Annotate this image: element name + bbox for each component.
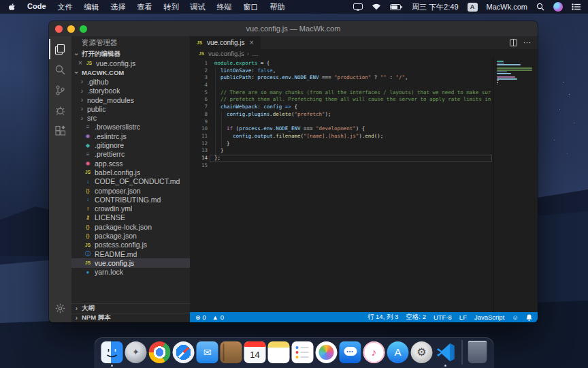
menu-转到[interactable]: 转到 xyxy=(164,2,179,12)
close-tab-icon[interactable]: × xyxy=(248,39,255,46)
display-icon[interactable] xyxy=(353,3,363,11)
menu-bar-brand[interactable]: MacWk.com xyxy=(487,3,528,11)
file-vue.config.js[interactable]: JSvue.config.js xyxy=(71,258,190,267)
split-editor-icon[interactable] xyxy=(510,37,517,49)
notification-center-icon[interactable] xyxy=(572,3,581,10)
file-babel.config.js[interactable]: JSbabel.config.js xyxy=(71,168,190,177)
file-LICENSE[interactable]: ⚷LICENSE xyxy=(71,213,190,222)
dock-safari-icon[interactable] xyxy=(173,341,195,363)
outline-section-header[interactable]: › 大纲 xyxy=(71,303,190,313)
dock-photos-icon[interactable] xyxy=(316,341,338,363)
window-titlebar[interactable]: vue.config.js — MacWk.com xyxy=(49,21,538,36)
dock-mail-icon[interactable]: ✉ xyxy=(197,341,218,363)
notifications-bell-icon[interactable] xyxy=(526,314,532,321)
dock-contacts-icon[interactable] xyxy=(220,341,242,363)
file-.browserslistrc[interactable]: ≡.browserslistrc xyxy=(71,123,190,132)
problems-errors[interactable]: ⊗0 xyxy=(195,313,206,321)
file-CODE_OF_CONDUCT.md[interactable]: ↓CODE_OF_CONDUCT.md xyxy=(71,177,190,186)
git-file-icon: ◆ xyxy=(84,142,92,149)
dock-notes-icon[interactable] xyxy=(268,341,290,363)
extensions-activity-button[interactable] xyxy=(49,121,71,141)
file-composer.json[interactable]: {}composer.json xyxy=(71,186,190,195)
feedback-smiley-icon[interactable]: ☺ xyxy=(512,313,519,321)
dock-appstore-icon[interactable]: A xyxy=(387,341,409,363)
status-segment-4[interactable]: JavaScript xyxy=(474,313,504,321)
dock-finder-icon[interactable] xyxy=(101,341,123,363)
file-app.scss[interactable]: ◉app.scss xyxy=(71,159,190,168)
dock-vscode-icon[interactable] xyxy=(435,341,457,363)
file-package-lock.json[interactable]: {}package-lock.json xyxy=(71,222,190,231)
minimize-window-button[interactable] xyxy=(67,25,75,33)
chevron-right-icon: › xyxy=(79,96,85,104)
problems-warnings[interactable]: ▲0 xyxy=(212,313,224,321)
file-name: package.json xyxy=(95,232,137,240)
dock-settings-icon[interactable]: ⚙ xyxy=(411,341,433,363)
menu-选择[interactable]: 选择 xyxy=(111,2,126,12)
tab-vue-config-js[interactable]: JS vue.config.js × xyxy=(190,36,261,49)
json-file-icon: {} xyxy=(84,232,92,239)
close-window-button[interactable] xyxy=(55,25,63,33)
minimap[interactable] xyxy=(493,58,538,312)
close-icon[interactable]: × xyxy=(77,59,84,67)
menu-调试[interactable]: 调试 xyxy=(191,2,206,12)
dock-trash-icon[interactable] xyxy=(468,341,487,363)
breadcrumb[interactable]: JS vue.config.js › … xyxy=(190,49,538,58)
dock-music-icon[interactable]: ♪ xyxy=(363,341,385,363)
folder-src[interactable]: ›src xyxy=(71,113,190,122)
workspace-section-header[interactable]: › MACWK.COM xyxy=(71,67,190,77)
zoom-window-button[interactable] xyxy=(80,25,87,33)
apple-icon[interactable] xyxy=(7,3,16,12)
file-package.json[interactable]: {}package.json xyxy=(71,231,190,240)
menu-终端[interactable]: 终端 xyxy=(217,2,232,12)
code-editor[interactable]: 123456789101112131415 module.exports = {… xyxy=(190,58,538,312)
menu-Code[interactable]: Code xyxy=(27,2,46,12)
debug-activity-button[interactable] xyxy=(49,100,71,121)
file-.gitignore[interactable]: ◆.gitignore xyxy=(71,140,190,149)
npm-scripts-section-header[interactable]: › NPM 脚本 xyxy=(71,313,190,322)
wifi-icon[interactable] xyxy=(372,3,381,10)
status-segment-1[interactable]: 空格: 2 xyxy=(406,313,426,322)
siri-icon[interactable] xyxy=(553,2,563,12)
menu-帮助[interactable]: 帮助 xyxy=(270,2,285,12)
folder-.storybook[interactable]: ›.storybook xyxy=(71,87,190,95)
file-README.md[interactable]: ⓘREADME.md xyxy=(71,249,190,258)
dock-calendar-icon[interactable]: 14 xyxy=(244,341,266,363)
file-.eslintrc.js[interactable]: ◉.eslintrc.js xyxy=(71,132,190,140)
input-method-icon[interactable]: A xyxy=(468,3,478,12)
explorer-activity-button[interactable] xyxy=(49,39,71,59)
dock-chrome-icon[interactable] xyxy=(149,341,171,363)
file-name: LICENSE xyxy=(95,213,125,221)
source-control-icon xyxy=(54,85,66,96)
menu-编辑[interactable]: 编辑 xyxy=(84,2,99,12)
folder-public[interactable]: ›public xyxy=(71,104,190,113)
code-line-12: } xyxy=(214,140,491,148)
menu-bar-clock[interactable]: 周三 下午2:49 xyxy=(412,2,458,12)
file-postcss.config.js[interactable]: JSpostcss.config.js xyxy=(71,241,190,249)
more-actions-icon[interactable]: ⋯ xyxy=(523,38,532,47)
status-segment-2[interactable]: UTF-8 xyxy=(434,313,452,321)
dock-reminders-icon[interactable] xyxy=(292,341,314,363)
menu-窗口[interactable]: 窗口 xyxy=(244,2,259,12)
source-control-activity-button[interactable] xyxy=(49,80,71,100)
battery-icon[interactable] xyxy=(390,4,403,10)
status-segment-0[interactable]: 行 14, 列 3 xyxy=(368,313,398,322)
open-editor-item[interactable]: × JS vue.config.js xyxy=(71,59,190,67)
file-.prettierrc[interactable]: ≡.prettierrc xyxy=(71,150,190,159)
file-yarn.lock[interactable]: ●yarn.lock xyxy=(71,268,190,277)
code-line-1: module.exports = { xyxy=(214,60,491,67)
open-editors-section-header[interactable]: › 打开的编辑器 xyxy=(71,49,190,59)
file-name: crowdin.yml xyxy=(95,204,132,213)
menu-查看[interactable]: 查看 xyxy=(137,2,152,12)
search-activity-button[interactable] xyxy=(49,59,71,80)
menu-文件[interactable]: 文件 xyxy=(58,2,73,12)
dock-launchpad-icon[interactable]: ✦ xyxy=(125,341,147,363)
folder-node_modules[interactable]: ›node_modules xyxy=(71,95,190,104)
file-crowdin.yml[interactable]: !crowdin.yml xyxy=(71,204,190,213)
file-CONTRIBUTING.md[interactable]: ↓CONTRIBUTING.md xyxy=(71,195,190,204)
dock-messages-icon[interactable] xyxy=(340,341,361,363)
settings-gear-button[interactable] xyxy=(49,298,71,318)
status-segment-3[interactable]: LF xyxy=(459,313,467,321)
folder-.github[interactable]: ›.github xyxy=(71,77,190,86)
code-line-2: lintOnSave: false, xyxy=(214,67,491,75)
spotlight-search-icon[interactable] xyxy=(536,3,544,11)
